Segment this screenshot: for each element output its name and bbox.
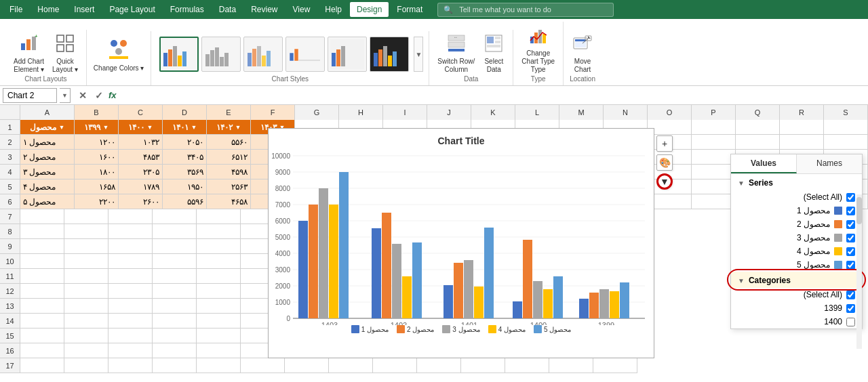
cell-empty[interactable] (108, 269, 153, 284)
cell-empty[interactable] (20, 314, 64, 328)
cell-empty[interactable] (153, 239, 197, 254)
col-header-n[interactable]: N (604, 105, 648, 120)
move-chart-button[interactable]: MoveChart (569, 33, 596, 75)
cell-empty[interactable] (153, 254, 197, 269)
cell-empty[interactable] (285, 358, 329, 373)
cell-empty[interactable] (373, 358, 417, 373)
cell-r4-c0[interactable]: محصول ۳ (20, 165, 75, 179)
menu-design[interactable]: Design (350, 2, 389, 17)
categories-section-header[interactable]: ▼ Categories (731, 272, 862, 288)
cell-empty[interactable] (593, 358, 637, 373)
chart-styles-scroll-down[interactable]: ▼ (414, 37, 423, 72)
add-chart-element-button[interactable]: + Add ChartElement ▾ (11, 33, 47, 75)
menu-help[interactable]: Help (318, 2, 349, 17)
cell-empty[interactable] (64, 254, 108, 269)
cell-empty[interactable] (153, 224, 197, 239)
cell-r1-c2[interactable]: ۱۴۰۰ ▼ (119, 120, 163, 135)
cell-empty[interactable] (692, 165, 736, 179)
cell-r4-c4[interactable]: ۴۵۹۸ (207, 165, 251, 179)
series-1-checkbox[interactable] (846, 207, 855, 215)
chart-styles-btn[interactable]: 🎨 (656, 154, 673, 171)
menu-file[interactable]: File (3, 2, 29, 17)
cell-empty[interactable] (153, 358, 197, 373)
cell-empty[interactable] (20, 343, 64, 358)
cell-empty[interactable] (197, 254, 241, 269)
col-header-l[interactable]: L (515, 105, 559, 120)
menu-format[interactable]: Format (390, 2, 429, 17)
name-box[interactable]: Chart 2 (3, 88, 57, 103)
cell-empty[interactable] (20, 224, 64, 239)
chart-filters-btn[interactable]: ▼ (656, 173, 673, 190)
col-header-m[interactable]: M (559, 105, 604, 120)
col-header-i[interactable]: I (383, 105, 427, 120)
col-header-j[interactable]: J (427, 105, 471, 120)
cell-empty[interactable] (20, 284, 64, 299)
series-section-header[interactable]: ▼ Series (731, 174, 862, 190)
cell-empty[interactable] (64, 314, 108, 328)
cell-r2-c1[interactable]: ۱۲۰۰ (75, 135, 119, 150)
chart-overlay[interactable]: Chart Title 10000 9000 8000 7000 6000 50… (268, 128, 654, 358)
cell-r2-c4[interactable]: ۵۵۶۰ (207, 135, 251, 150)
cell-r5-c2[interactable]: ۱۷۸۹ (119, 179, 163, 194)
cell-empty[interactable] (20, 328, 64, 343)
cell-empty[interactable] (20, 254, 64, 269)
cell-empty[interactable] (197, 358, 241, 373)
cell-empty[interactable] (153, 328, 197, 343)
cell-empty[interactable] (20, 209, 64, 224)
insert-function-button[interactable]: fx (108, 90, 117, 100)
cell-empty[interactable] (64, 284, 108, 299)
series-2-checkbox[interactable] (846, 220, 855, 229)
cell-empty[interactable] (153, 343, 197, 358)
series-5-checkbox[interactable] (846, 261, 855, 270)
cell-r4-c2[interactable]: ۲۳۰۵ (119, 165, 163, 179)
chart-style-2[interactable] (201, 37, 241, 72)
col-header-p[interactable]: P (692, 105, 736, 120)
cell-empty[interactable] (197, 299, 241, 314)
cell-empty[interactable] (736, 120, 780, 135)
cell-empty[interactable] (417, 358, 461, 373)
menu-view[interactable]: View (286, 2, 317, 17)
formula-input[interactable] (122, 88, 865, 103)
cell-empty[interactable] (692, 150, 736, 165)
cell-empty[interactable] (64, 358, 108, 373)
cell-empty[interactable] (153, 269, 197, 284)
switch-row-column-button[interactable]: ↔ Switch Row/Column (435, 33, 477, 75)
cell-r1-c1[interactable]: ۱۳۹۹ ▼ (75, 120, 119, 135)
cell-empty[interactable] (197, 269, 241, 284)
cell-r6-c1[interactable]: ۲۲۰۰ (75, 194, 119, 209)
menu-data[interactable]: Data (212, 2, 243, 17)
cell-empty[interactable] (824, 135, 868, 150)
cell-r1-c4[interactable]: ۱۴۰۲ ▼ (207, 120, 251, 135)
cell-empty[interactable] (20, 299, 64, 314)
cell-empty[interactable] (108, 284, 153, 299)
col-header-r[interactable]: R (780, 105, 824, 120)
cell-empty[interactable] (153, 299, 197, 314)
chart-style-3[interactable] (243, 37, 283, 72)
chart-style-6[interactable] (370, 37, 409, 72)
cell-r3-c0[interactable]: محصول ۲ (20, 150, 75, 165)
name-box-dropdown[interactable]: ▼ (60, 88, 71, 103)
col-header-k[interactable]: K (471, 105, 515, 120)
filter-scrollbar-thumb[interactable] (856, 197, 862, 224)
cell-r4-c3[interactable]: ۳۵۶۹ (163, 165, 207, 179)
menu-formulas[interactable]: Formulas (163, 2, 211, 17)
col-header-s[interactable]: S (824, 105, 868, 120)
quick-layout-button[interactable]: QuickLayout ▾ (50, 33, 81, 75)
cancel-formula-button[interactable]: ✕ (76, 90, 90, 101)
col-header-g[interactable]: G (295, 105, 339, 120)
menu-home[interactable]: Home (31, 2, 66, 17)
cell-r5-c4[interactable]: ۲۵۶۳ (207, 179, 251, 194)
col-header-a[interactable]: A (20, 105, 75, 120)
cell-empty[interactable] (329, 358, 373, 373)
categories-select-all-checkbox[interactable] (846, 291, 855, 299)
series-3-checkbox[interactable] (846, 234, 855, 242)
series-4-checkbox[interactable] (846, 247, 855, 256)
cell-empty[interactable] (64, 209, 108, 224)
cell-r6-c2[interactable]: ۲۶۰۰ (119, 194, 163, 209)
chart-style-4[interactable] (285, 37, 325, 72)
cell-empty[interactable] (549, 358, 593, 373)
cell-r6-c4[interactable]: ۴۶۵۸ (207, 194, 251, 209)
cell-empty[interactable] (20, 269, 64, 284)
filter-scrollbar[interactable] (856, 194, 862, 349)
chart-style-5[interactable] (328, 37, 367, 72)
